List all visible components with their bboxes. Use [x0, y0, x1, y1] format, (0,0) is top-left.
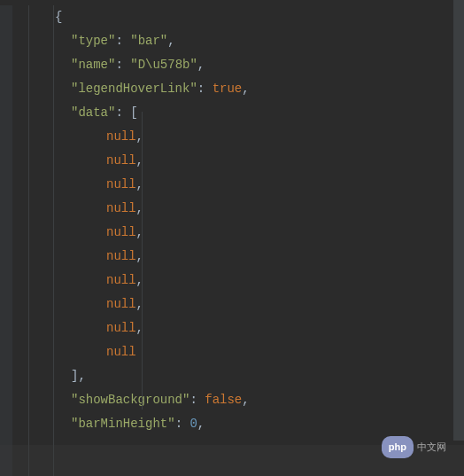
- json-value: "bar": [130, 29, 167, 53]
- code-line: null,: [71, 173, 250, 197]
- code-line: {: [71, 5, 250, 29]
- json-null: null: [106, 125, 136, 149]
- code-line: "name": "D\u578b",: [71, 53, 250, 77]
- code-line: null,: [71, 125, 250, 149]
- json-null: null: [106, 269, 136, 293]
- vertical-scrollbar[interactable]: [453, 0, 464, 441]
- indent-guides: [12, 5, 64, 476]
- json-key: "data": [71, 101, 115, 125]
- json-key: "name": [71, 53, 115, 77]
- json-key: "barMinHeight": [71, 412, 175, 436]
- json-null: null: [106, 340, 136, 364]
- json-null: null: [106, 221, 136, 245]
- code-content[interactable]: { "type": "bar","name": "D\u578b","legen…: [64, 5, 250, 476]
- watermark: php 中文网: [382, 436, 446, 458]
- json-null: null: [106, 245, 136, 269]
- json-value: false: [205, 388, 242, 412]
- json-null: null: [106, 293, 136, 316]
- json-value: [: [130, 101, 137, 125]
- json-null: null: [106, 173, 136, 197]
- php-badge-icon: php: [382, 436, 414, 458]
- code-line: "showBackground": false,: [71, 388, 250, 412]
- json-null: null: [106, 316, 136, 340]
- json-key: "type": [71, 29, 115, 53]
- open-brace: {: [55, 5, 62, 29]
- code-editor[interactable]: { "type": "bar","name": "D\u578b","legen…: [0, 0, 464, 476]
- code-line: null,: [71, 245, 250, 269]
- editor-gutter: [0, 5, 12, 476]
- json-null: null: [106, 197, 136, 221]
- json-null: null: [106, 149, 136, 173]
- code-line: null,: [71, 316, 250, 340]
- code-line: null,: [71, 197, 250, 221]
- json-value: true: [213, 77, 243, 101]
- code-line: ],: [71, 364, 250, 388]
- code-line: null,: [71, 269, 250, 293]
- code-line: null,: [71, 221, 250, 245]
- code-line: null,: [71, 149, 250, 173]
- code-line: "data": [: [71, 101, 250, 125]
- code-line: null,: [71, 293, 250, 316]
- array-close: ],: [71, 364, 86, 388]
- code-line: "type": "bar",: [71, 29, 250, 53]
- json-key: "showBackground": [71, 388, 189, 412]
- code-line: "legendHoverLink": true,: [71, 77, 250, 101]
- json-value: "D\u578b": [130, 53, 197, 77]
- watermark-text: 中文网: [417, 438, 446, 456]
- json-value: 0: [189, 412, 197, 436]
- code-line: null: [71, 340, 250, 364]
- json-key: "legendHoverLink": [71, 77, 197, 101]
- code-line: "barMinHeight": 0,: [71, 412, 250, 436]
